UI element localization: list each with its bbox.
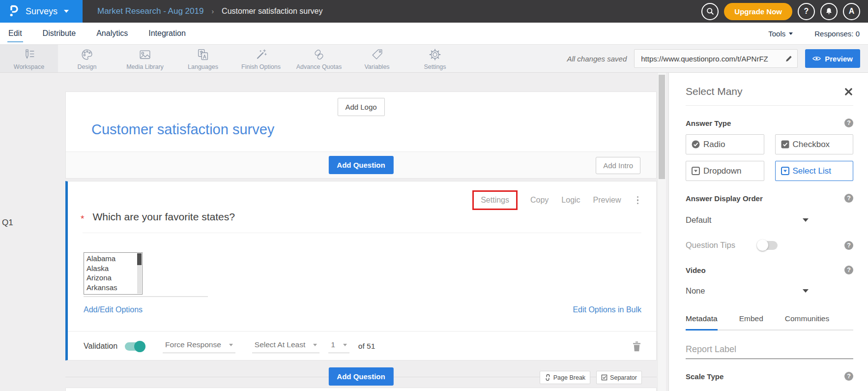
question-number-label: Q1 <box>2 218 13 228</box>
validation-toggle[interactable] <box>125 342 145 351</box>
media-library-icon <box>138 47 152 62</box>
panel-divider <box>686 105 853 106</box>
toolbar-item-workspace[interactable]: Workspace <box>0 45 58 72</box>
notifications-button[interactable] <box>820 3 838 20</box>
add-question-row: Add Question Page Break Separator <box>65 367 657 388</box>
avatar[interactable]: A <box>843 3 860 20</box>
question-text[interactable]: Which are your favorite states? <box>92 211 234 223</box>
help-icon[interactable]: ? <box>844 372 853 381</box>
toolbar-item-settings[interactable]: Settings <box>406 45 464 72</box>
top-bar: Surveys Market Research - Aug 2019 › Cus… <box>0 0 868 23</box>
answer-type-radio[interactable]: Radio <box>686 134 764 154</box>
kebab-menu-icon[interactable] <box>634 195 642 206</box>
answer-type-checkbox[interactable]: Checkbox <box>775 134 854 154</box>
force-response-select[interactable]: Force Response <box>163 339 235 353</box>
select-count-select[interactable]: 1 <box>328 339 349 353</box>
main-scrollbar[interactable] <box>657 73 666 391</box>
tab-analytics[interactable]: Analytics <box>95 25 129 42</box>
help-icon[interactable]: ? <box>844 119 853 127</box>
toolbar-item-languages[interactable]: Languages <box>174 45 232 72</box>
toolbar-item-design[interactable]: Design <box>58 45 116 72</box>
survey-title[interactable]: Customer satisfaction survey <box>91 121 274 138</box>
question-tips-label: Question Tips <box>686 241 735 250</box>
question-tips-toggle[interactable] <box>758 241 778 250</box>
separator-label: Separator <box>610 374 637 381</box>
select-rule-value: Select At Least <box>255 340 305 349</box>
breadcrumb-folder[interactable]: Market Research - Aug 2019 <box>97 6 203 16</box>
tab-distribute[interactable]: Distribute <box>42 25 77 42</box>
toolbar-label: Finish Options <box>241 63 281 70</box>
question-copy-button[interactable]: Copy <box>530 196 549 205</box>
toolbar-label: Media Library <box>126 63 164 70</box>
main-scrollbar-thumb[interactable] <box>659 75 665 179</box>
search-button[interactable] <box>701 3 719 20</box>
toolbar-item-variables[interactable]: Variables <box>348 45 406 72</box>
preview-label: Preview <box>825 55 853 63</box>
questionpro-logo-icon <box>7 4 19 18</box>
advance-quotas-icon <box>312 47 326 62</box>
list-item[interactable]: Arizona <box>87 273 135 283</box>
list-item[interactable]: Alabama <box>87 254 135 264</box>
tab-metadata[interactable]: Metadata <box>686 314 718 331</box>
languages-icon <box>196 47 210 62</box>
tab-edit[interactable]: Edit <box>7 25 23 42</box>
tab-integration[interactable]: Integration <box>147 25 187 42</box>
list-item[interactable]: Arkansas <box>87 283 135 293</box>
toolbar-item-media-library[interactable]: Media Library <box>116 45 174 72</box>
toolbar-label: Workspace <box>14 63 44 70</box>
list-scrollbar-thumb[interactable] <box>137 253 142 265</box>
responses-count: Responses: 0 <box>814 30 860 38</box>
add-intro-button[interactable]: Add Intro <box>596 157 640 174</box>
chevron-down-icon <box>789 32 793 35</box>
question-tips-row: Question Tips ? <box>686 241 853 250</box>
display-order-select[interactable]: Default <box>686 215 809 225</box>
bell-icon <box>824 7 834 16</box>
upgrade-now-button[interactable]: Upgrade Now <box>724 3 792 20</box>
toolbar-item-finish-options[interactable]: Finish Options <box>232 45 290 72</box>
video-select[interactable]: None <box>686 286 809 296</box>
help-icon[interactable]: ? <box>844 194 853 203</box>
edit-url-pencil-icon[interactable] <box>784 55 793 63</box>
answer-type-select-list[interactable]: Select List <box>775 161 854 181</box>
tab-embed[interactable]: Embed <box>739 314 763 330</box>
avatar-initial: A <box>849 7 855 16</box>
toolbar-item-advance-quotas[interactable]: Advance Quotas <box>290 45 348 72</box>
help-button[interactable]: ? <box>798 3 815 20</box>
display-order-label: Answer Display Order <box>686 194 763 203</box>
preview-button[interactable]: Preview <box>805 49 860 68</box>
question-preview-button[interactable]: Preview <box>593 196 621 205</box>
eye-icon <box>812 56 821 61</box>
question-settings-panel: Select Many Answer Type ? Radio Checkbox <box>668 73 868 391</box>
options-links-row: Add/Edit Options Edit Options in Bulk <box>84 305 641 314</box>
list-item[interactable]: Alaska <box>87 264 135 273</box>
close-icon[interactable] <box>844 87 853 96</box>
add-question-button-bottom[interactable]: Add Question <box>328 367 393 386</box>
tab-communities[interactable]: Communities <box>785 314 829 330</box>
tools-menu[interactable]: Tools <box>768 30 793 38</box>
edit-options-in-bulk-link[interactable]: Edit Options in Bulk <box>573 305 641 314</box>
list-scrollbar[interactable] <box>137 253 142 294</box>
question-settings-button[interactable]: Settings <box>481 196 509 204</box>
help-icon: ? <box>804 7 809 16</box>
separator-button[interactable]: Separator <box>596 371 642 384</box>
add-logo-button[interactable]: Add Logo <box>337 98 384 116</box>
select-rule-select[interactable]: Select At Least <box>252 339 319 353</box>
delete-question-button[interactable] <box>632 341 641 352</box>
page-break-button[interactable]: Page Break <box>540 371 590 384</box>
add-edit-options-link[interactable]: Add/Edit Options <box>84 305 143 314</box>
question-logic-button[interactable]: Logic <box>561 196 580 205</box>
settings-annotation-box: Settings <box>472 190 518 210</box>
surveys-app-menu[interactable]: Surveys <box>0 0 83 23</box>
survey-url-input[interactable] <box>641 55 784 63</box>
answer-select-list[interactable]: Alabama Alaska Arizona Arkansas <box>84 252 143 295</box>
question-menu: Settings Copy Logic Preview <box>472 190 641 210</box>
settings-icon <box>428 47 442 62</box>
answer-type-dropdown[interactable]: Dropdown <box>686 161 764 181</box>
add-question-button-top[interactable]: Add Question <box>328 156 393 174</box>
topbar-actions: Upgrade Now ? A <box>701 3 868 20</box>
report-label-input[interactable] <box>686 344 853 359</box>
help-icon[interactable]: ? <box>844 266 853 274</box>
of-total-label: of 51 <box>358 342 375 351</box>
help-icon[interactable]: ? <box>844 241 853 250</box>
survey-header-body: Add Logo Customer satisfaction survey <box>66 92 656 151</box>
